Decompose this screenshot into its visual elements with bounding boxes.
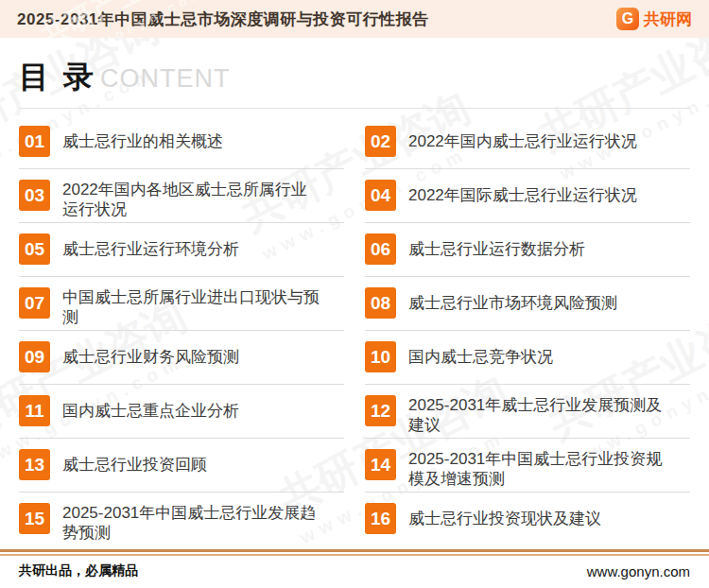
toc-item: 11国内威士忌重点企业分析	[19, 395, 344, 449]
toc-item-number: 03	[19, 180, 50, 211]
toc-item-label: 2022年国内威士忌行业运行状况	[408, 126, 637, 157]
toc-item-number: 09	[19, 341, 50, 372]
toc-item-label: 威士忌行业的相关概述	[62, 126, 223, 157]
toc-grid: 01威士忌行业的相关概述 022022年国内威士忌行业运行状况 032022年国…	[19, 126, 690, 557]
toc-item-label: 威士忌行业运行数据分析	[408, 233, 585, 265]
site-logo: G 共研网	[616, 8, 692, 30]
toc-item: 10国内威士忌竞争状况	[365, 341, 690, 395]
toc-item-number: 04	[365, 180, 396, 211]
toc-item: 13威士忌行业投资回顾	[19, 449, 344, 503]
page-footer: 共研出品，必属精品 www.gonyn.com	[0, 549, 709, 588]
toc-item: 01威士忌行业的相关概述	[19, 126, 344, 180]
toc-item-number: 10	[365, 341, 396, 372]
heading-divider	[19, 108, 690, 109]
toc-item-number: 13	[19, 449, 50, 480]
page-header: 2025-2031年中国威士忌市场深度调研与投资可行性报告 G 共研网 共研产业…	[0, 0, 709, 38]
toc-item-number: 08	[365, 287, 396, 319]
gonyn-g-icon: G	[616, 8, 639, 30]
toc-item: 142025-2031年中国威士忌行业投资规模及增速预测	[365, 449, 690, 503]
toc-item-label: 威士忌行业财务风险预测	[62, 341, 239, 372]
toc-heading: 目 录 CONTENT	[19, 57, 690, 98]
toc-item-number: 11	[19, 395, 50, 426]
toc-content: 目 录 CONTENT 01威士忌行业的相关概述 022022年国内威士忌行业运…	[0, 57, 709, 557]
footer-url: www.gonyn.com	[587, 563, 690, 579]
toc-item-label: 威士忌行业投资现状及建议	[408, 503, 601, 534]
toc-item: 05威士忌行业运行环境分析	[19, 233, 344, 287]
toc-item-number: 06	[365, 233, 396, 265]
toc-item: 022022年国内威士忌行业运行状况	[365, 126, 690, 180]
toc-item-number: 16	[365, 503, 396, 534]
toc-item: 08威士忌行业市场环境风险预测	[365, 287, 690, 341]
toc-item-label: 威士忌行业投资回顾	[62, 449, 207, 480]
toc-item-number: 07	[19, 287, 50, 319]
footer-slogan: 共研出品，必属精品	[19, 562, 138, 579]
toc-item-number: 12	[365, 395, 396, 426]
toc-item-label: 国内威士忌竞争状况	[408, 341, 553, 372]
toc-subtitle: CONTENT	[100, 64, 231, 94]
site-logo-text: 共研网	[644, 9, 692, 30]
toc-item-label: 威士忌行业运行环境分析	[62, 233, 239, 265]
toc-item: 032022年国内各地区威士忌所属行业运行状况	[19, 180, 344, 233]
toc-item-label: 中国威士忌所属行业进出口现状与预测	[62, 287, 321, 327]
footer-row: 共研出品，必属精品 www.gonyn.com	[0, 556, 709, 588]
toc-item-number: 01	[19, 126, 50, 157]
toc-item: 07中国威士忌所属行业进出口现状与预测	[19, 287, 344, 341]
toc-item: 09威士忌行业财务风险预测	[19, 341, 344, 395]
toc-title: 目 录	[19, 57, 96, 98]
toc-item-number: 14	[365, 449, 396, 480]
toc-item-number: 02	[365, 126, 396, 157]
toc-item-label: 2022年国内各地区威士忌所属行业运行状况	[62, 180, 321, 219]
toc-item: 042022年国际威士忌行业运行状况	[365, 180, 690, 233]
report-toc-page: 2025-2031年中国威士忌市场深度调研与投资可行性报告 G 共研网 共研产业…	[0, 0, 709, 588]
toc-item-label: 2022年国际威士忌行业运行状况	[408, 180, 637, 211]
toc-item-label: 2025-2031年威士忌行业发展预测及建议	[408, 395, 667, 435]
report-title: 2025-2031年中国威士忌市场深度调研与投资可行性报告	[17, 9, 429, 30]
toc-item-number: 15	[19, 503, 50, 534]
toc-item-label: 威士忌行业市场环境风险预测	[408, 287, 617, 319]
toc-item-label: 2025-2031年中国威士忌行业发展趋势预测	[62, 503, 321, 543]
toc-item: 122025-2031年威士忌行业发展预测及建议	[365, 395, 690, 449]
toc-item-label: 国内威士忌重点企业分析	[62, 395, 239, 426]
toc-item: 06威士忌行业运行数据分析	[365, 233, 690, 287]
toc-item-label: 2025-2031年中国威士忌行业投资规模及增速预测	[408, 449, 667, 489]
toc-item-number: 05	[19, 233, 50, 265]
